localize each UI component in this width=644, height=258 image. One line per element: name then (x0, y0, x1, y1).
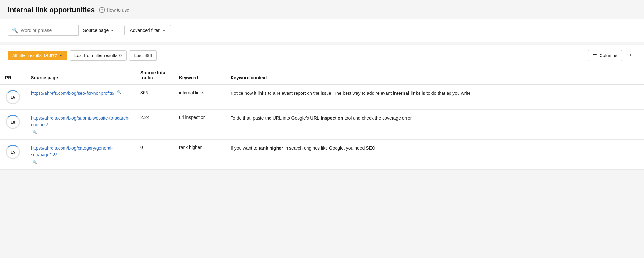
search-icon: 🔍 (12, 27, 18, 33)
source-page-link[interactable]: https://ahrefs.com/blog/category/general… (31, 145, 130, 158)
how-to-use-label: How to use (107, 7, 129, 13)
search-input[interactable] (21, 28, 72, 33)
advanced-filter-label: Advanced filter (130, 28, 160, 33)
tab-lost-label: Lost (134, 53, 142, 58)
chevron-down-icon: ▼ (110, 29, 114, 32)
question-icon: ? (99, 7, 105, 13)
how-to-use-link[interactable]: ? How to use (99, 7, 129, 13)
source-page-button[interactable]: Source page ▼ (79, 25, 118, 35)
col-header-pr: PR (0, 66, 26, 84)
traffic-value: 2.2K (140, 115, 150, 120)
advanced-filter-button[interactable]: Advanced filter ▼ (124, 25, 171, 35)
keyword-value: rank higher (179, 145, 202, 150)
tab-lost-from-filter[interactable]: Lost from filter results 0 (70, 50, 127, 61)
results-table: PR Source page Source total traffic Keyw… (0, 66, 644, 170)
keyword-context: To do that, paste the URL into Google’s … (231, 115, 413, 121)
filter-bar: 🔍 Source page ▼ Advanced filter ▼ (0, 19, 644, 42)
extra-action-button[interactable]: ⋮ (625, 50, 636, 61)
pr-cell: 15 (5, 145, 21, 159)
search-mini-icon[interactable]: 🔍 (32, 130, 37, 134)
columns-icon: ≣ (593, 53, 597, 59)
tab-all-filter-results[interactable]: All filter results 14,977 ▼ (8, 51, 67, 60)
chevron-down-icon: ▼ (59, 54, 62, 57)
pr-circle: 18 (6, 115, 20, 129)
columns-label: Columns (600, 53, 617, 58)
keyword-context: If you want to rank higher in search eng… (231, 145, 377, 151)
tabs-row: All filter results 14,977 ▼ Lost from fi… (0, 45, 644, 66)
source-page-link[interactable]: https://ahrefs.com/blog/submit-website-t… (31, 115, 130, 128)
tab-lost-count: 498 (145, 53, 152, 58)
page-title: Internal link opportunities (8, 6, 95, 14)
source-page-label: Source page (83, 28, 109, 33)
pr-circle: 15 (6, 145, 20, 159)
pr-cell: 18 (5, 115, 21, 129)
col-header-source-page: Source page (26, 66, 135, 84)
traffic-value: 0 (140, 145, 143, 150)
search-box: 🔍 (8, 25, 79, 36)
col-header-traffic: Source total traffic (135, 66, 174, 84)
keyword-value: internal links (179, 90, 204, 95)
main-content: All filter results 14,977 ▼ Lost from fi… (0, 45, 644, 170)
col-header-keyword: Keyword (174, 66, 225, 84)
chevron-down-icon: ▼ (162, 29, 166, 32)
keyword-value: url inspection (179, 115, 206, 120)
source-cell: https://ahrefs.com/blog/seo-for-nonprofi… (31, 90, 130, 97)
tab-lost-filter-label: Lost from filter results (74, 53, 118, 58)
search-mini-icon[interactable]: 🔍 (117, 90, 122, 94)
table-row: 18 https://ahrefs.com/blog/submit-websit… (0, 110, 644, 140)
header-section: Internal link opportunities ? How to use (0, 0, 644, 19)
col-header-keyword-context: Keyword context (225, 66, 644, 84)
source-page-link[interactable]: https://ahrefs.com/blog/seo-for-nonprofi… (31, 90, 114, 97)
pr-cell: 16 (5, 90, 21, 104)
source-cell: https://ahrefs.com/blog/category/general… (31, 145, 130, 164)
search-mini-icon[interactable]: 🔍 (32, 160, 37, 164)
table-row: 15 https://ahrefs.com/blog/category/gene… (0, 140, 644, 170)
keyword-context: Notice how it links to a relevant report… (231, 91, 472, 96)
tab-all-count: 14,977 (43, 53, 57, 58)
traffic-value: 366 (140, 90, 148, 95)
tab-lost-filter-count: 0 (119, 53, 122, 58)
table-row: 16 https://ahrefs.com/blog/seo-for-nonpr… (0, 84, 644, 110)
table-header-row: PR Source page Source total traffic Keyw… (0, 66, 644, 84)
pr-circle: 16 (6, 90, 20, 104)
source-cell: https://ahrefs.com/blog/submit-website-t… (31, 115, 130, 134)
columns-button[interactable]: ≣ Columns (588, 50, 622, 61)
tab-all-label: All filter results (12, 53, 42, 58)
tab-lost[interactable]: Lost 498 (129, 50, 157, 61)
more-icon: ⋮ (628, 53, 633, 58)
